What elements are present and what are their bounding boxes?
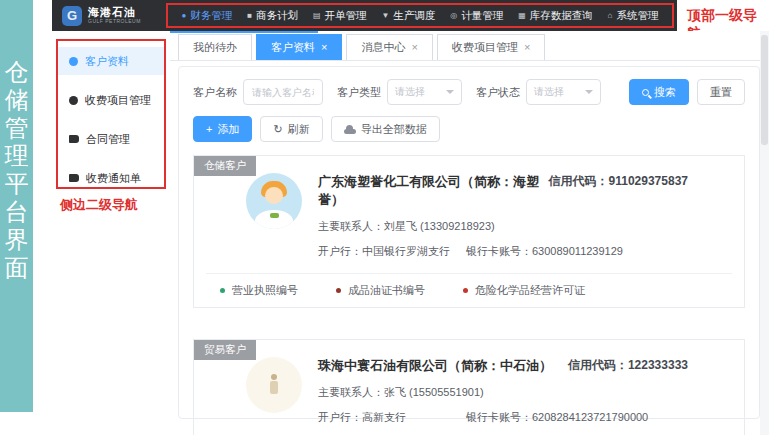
customer-name-label: 客户名称 xyxy=(193,85,237,100)
strip-char: 面 xyxy=(5,254,29,282)
vertical-platform-title: 仓 储 管 理 平 台 界 面 xyxy=(0,0,33,412)
nav-item-business-plan[interactable]: ■ 商务计划 xyxy=(247,9,298,23)
sidebar-annotation-label: 侧边二级导航 xyxy=(60,196,138,214)
gear-icon: ◎ xyxy=(450,11,457,20)
tab-fee-items[interactable]: 收费项目管理 × xyxy=(437,34,545,60)
refresh-button[interactable]: ↻ 刷新 xyxy=(260,116,322,142)
strip-char: 储 xyxy=(5,86,29,114)
customer-type-label: 客户类型 xyxy=(337,85,381,100)
oil-certificate-link[interactable]: 成品油证书编号 xyxy=(336,283,425,298)
avatar-bowtie xyxy=(270,213,279,218)
search-icon xyxy=(642,89,649,96)
nav-item-production[interactable]: ▼ 生产调度 xyxy=(381,9,435,23)
nav-item-finance[interactable]: ● 财务管理 xyxy=(181,9,232,23)
vertical-scrollbar[interactable] xyxy=(760,31,769,435)
database-icon: ▦ xyxy=(518,11,526,20)
customer-type-select[interactable]: 请选择 xyxy=(387,79,462,105)
status-dot xyxy=(463,288,468,293)
tab-bar: 我的待办 客户资料 × 消息中心 × 收费项目管理 × xyxy=(170,31,760,61)
strip-char: 台 xyxy=(5,198,29,226)
scrollbar-thumb[interactable] xyxy=(761,35,768,145)
bank-name: 开户行：高新支行 xyxy=(318,410,466,425)
contact-value: 张飞 (15505551901) xyxy=(384,385,484,400)
strip-char: 仓 xyxy=(5,58,29,86)
sidebar-item-fee-items[interactable]: 收费项目管理 xyxy=(58,86,164,114)
customer-status-select[interactable]: 请选择 xyxy=(526,79,601,105)
logo-title: 海港石油 xyxy=(88,7,141,18)
reset-button[interactable]: 重置 xyxy=(697,79,745,105)
business-license-link[interactable]: 营业执照编号 xyxy=(220,283,298,298)
hazchem-license-link[interactable]: 危险化学品经营许可证 xyxy=(463,283,585,298)
funnel-icon: ▼ xyxy=(381,11,389,20)
customer-info: 珠海中寰石油有限公司（简称：中石油） 信用代码：122333333 主要联系人：… xyxy=(318,357,730,425)
avatar-face xyxy=(265,187,283,204)
contact-line: 主要联系人： 张飞 (15505551901) xyxy=(318,385,730,400)
credit-code: 信用代码：122333333 xyxy=(568,357,688,374)
avatar-head xyxy=(271,374,277,380)
sidebar-item-contracts[interactable]: 合同管理 xyxy=(58,125,164,153)
app-logo: G 海港石油 GULF PETROLEUM xyxy=(52,6,164,26)
bank-name: 开户行：中国银行罗湖支行 xyxy=(318,244,466,259)
customer-card-trade: 贸易客户 珠海中寰石油有限公司（简称：中石油） 信用代码：122333333 主… xyxy=(193,339,745,435)
contact-value: 刘星飞 (13309218923) xyxy=(384,219,495,234)
customer-summary: 珠海中寰石油有限公司（简称：中石油） 信用代码：122333333 主要联系人：… xyxy=(194,340,744,433)
tab-my-todo[interactable]: 我的待办 xyxy=(178,34,252,60)
chevron-down-icon xyxy=(585,90,593,98)
sidebar-annotation-box: 客户资料 收费项目管理 合同管理 收费通知单 xyxy=(56,39,166,189)
top-nav-annotation-box: ● 财务管理 ■ 商务计划 ▤ 开单管理 ▼ 生产调度 ◎ 计量管理 ▦ 库存数… xyxy=(166,3,674,28)
bank-card-no: 银行卡账号：6208284123721790000 xyxy=(466,410,648,425)
avatar xyxy=(246,173,302,229)
company-name: 广东海塑誉化工有限公司（简称：海塑誉） xyxy=(318,173,549,209)
customer-summary: 广东海塑誉化工有限公司（简称：海塑誉） 信用代码：911029375837 主要… xyxy=(194,156,744,267)
nav-item-metering[interactable]: ◎ 计量管理 xyxy=(450,9,503,23)
main-content-panel: 客户名称 客户类型 请选择 客户状态 请选择 搜索 重置 + 添加 ↻ 刷新 xyxy=(178,66,760,419)
status-dot xyxy=(220,288,225,293)
chevron-down-icon xyxy=(446,90,454,98)
customer-info: 广东海塑誉化工有限公司（简称：海塑誉） 信用代码：911029375837 主要… xyxy=(318,173,730,259)
contact-line: 主要联系人： 刘星飞 (13309218923) xyxy=(318,219,730,234)
fee-circle-icon xyxy=(69,96,78,105)
plus-icon: + xyxy=(206,124,212,135)
close-icon[interactable]: × xyxy=(321,42,327,53)
certificate-links: 营业执照编号 成品油证书编号 危险化学品经营许可证 xyxy=(194,274,744,307)
customer-name-input[interactable] xyxy=(243,79,323,105)
cloud-export-icon xyxy=(344,129,356,134)
top-navbar: G 海港石油 GULF PETROLEUM ● 财务管理 ■ 商务计划 ▤ 开单… xyxy=(52,0,677,31)
nav-item-billing[interactable]: ▤ 开单管理 xyxy=(313,9,367,23)
search-button[interactable]: 搜索 xyxy=(629,79,689,105)
notice-book-icon xyxy=(69,174,79,182)
nav-item-inventory-query[interactable]: ▦ 库存数据查询 xyxy=(518,9,593,23)
toolbar: + 添加 ↻ 刷新 导出全部数据 xyxy=(193,116,745,142)
close-icon[interactable]: × xyxy=(524,42,530,53)
filter-form: 客户名称 客户类型 请选择 客户状态 请选择 搜索 重置 xyxy=(193,79,745,105)
user-icon: ● xyxy=(181,11,186,20)
info-circle-icon xyxy=(69,57,78,66)
strip-char: 平 xyxy=(5,170,29,198)
avatar xyxy=(246,357,302,413)
close-icon[interactable]: × xyxy=(411,42,417,53)
bank-card-no: 银行卡账号：630089011239129 xyxy=(466,244,623,259)
home-icon: ⌂ xyxy=(608,11,613,20)
document-icon: ▤ xyxy=(313,11,321,20)
strip-char: 界 xyxy=(5,226,29,254)
tab-message-center[interactable]: 消息中心 × xyxy=(346,34,432,60)
briefcase-icon: ■ xyxy=(247,11,252,20)
sidebar-item-fee-notices[interactable]: 收费通知单 xyxy=(58,164,164,192)
credit-code: 信用代码：911029375837 xyxy=(549,173,688,190)
sidebar-item-customer-info[interactable]: 客户资料 xyxy=(58,47,164,75)
group-badge: 贸易客户 xyxy=(194,340,256,360)
customer-card-warehouse: 仓储客户 广东海塑誉化工有限公司（简称：海塑誉） 信用代码：9110293758… xyxy=(193,155,745,308)
customer-status-label: 客户状态 xyxy=(476,85,520,100)
strip-char: 理 xyxy=(5,142,29,170)
group-badge: 仓储客户 xyxy=(194,156,256,176)
status-dot xyxy=(336,288,341,293)
export-all-button[interactable]: 导出全部数据 xyxy=(331,116,440,142)
tab-customer-info[interactable]: 客户资料 × xyxy=(256,34,342,60)
logo-icon: G xyxy=(62,6,82,26)
avatar-torso xyxy=(270,381,278,394)
bank-line: 开户行：中国银行罗湖支行 银行卡账号：630089011239129 xyxy=(318,244,730,259)
book-icon xyxy=(69,135,79,143)
add-button[interactable]: + 添加 xyxy=(193,116,252,142)
nav-item-system[interactable]: ⌂ 系统管理 xyxy=(608,9,659,23)
logo-subtitle: GULF PETROLEUM xyxy=(88,18,141,24)
